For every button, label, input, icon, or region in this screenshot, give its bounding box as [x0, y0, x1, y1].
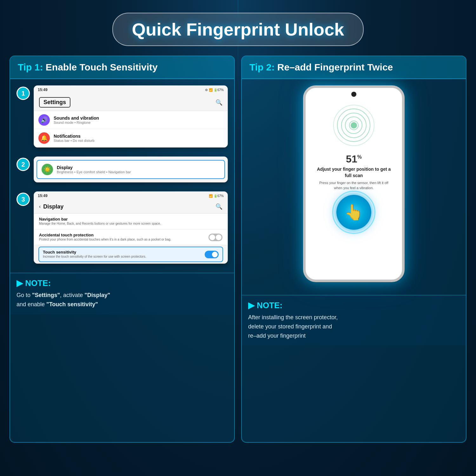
phone-camera: [351, 92, 356, 97]
touch-sensitivity-toggle[interactable]: [205, 251, 219, 258]
phone-wrapper: 51% Adjust your finger position to get a…: [242, 79, 466, 295]
tip1-header-text: Tip 1: Enable Touch Sensitivity: [18, 62, 158, 72]
tip1-label-sub: Enable Touch Sensitivity: [46, 62, 158, 72]
nav-bar-subtitle: Manage the Home, Back, and Recents butto…: [39, 221, 222, 226]
accidental-touch-row: Accidental touch protection Protect your…: [39, 233, 222, 242]
search-icon-2[interactable]: 🔍: [215, 203, 222, 210]
display-highlight-screen: ☀️ Display Brightness • Eye comfort shie…: [34, 156, 228, 182]
settings-header-1: Settings 🔍: [34, 94, 228, 111]
touch-sensitivity-item[interactable]: Touch sensitivity Increase the touch sen…: [38, 247, 223, 262]
sounds-text: Sounds and vibration Sound mode • Ringto…: [54, 116, 99, 124]
step3-row: 3 15:49 📶 🔋67% ‹ Display �: [17, 191, 228, 269]
notifications-title: Notifications: [54, 134, 95, 139]
touch-sensitivity-wrapper: Touch sensitivity Increase the touch sen…: [36, 247, 226, 262]
main-title: Quick Fingerprint Unlock: [132, 19, 344, 39]
settings-screen: 15:49 ⚙ 📶 🔋67% Settings 🔍 🔊 Sounds and v…: [34, 85, 228, 148]
note-text-left: Go to "Settings", activate "Display" and…: [17, 291, 228, 309]
step3-content: 15:49 📶 🔋67% ‹ Display 🔍 Navigation bar: [34, 191, 228, 269]
touch-sensitivity-text: Touch sensitivity Increase the touch sen…: [43, 250, 205, 259]
accidental-touch-title: Accidental touch protection: [39, 233, 208, 237]
status-time-2: 15:49: [38, 194, 48, 198]
settings-item-sounds[interactable]: 🔊 Sounds and vibration Sound mode • Ring…: [34, 111, 228, 129]
accidental-touch-subtitle: Protect your phone from accidental touch…: [39, 237, 208, 242]
display-title-item: Display: [57, 165, 131, 170]
touch-sensitivity-row: Touch sensitivity Increase the touch sen…: [43, 250, 219, 259]
accidental-touch-item[interactable]: Accidental touch protection Protect your…: [34, 229, 228, 245]
tip2-label: Tip 2:: [249, 62, 274, 72]
nav-bar-title: Navigation bar: [39, 217, 222, 221]
fp-press-text: Press your finger on the sensor, then li…: [319, 181, 388, 190]
nav-bar-item[interactable]: Navigation bar Manage the Home, Back, an…: [34, 214, 228, 229]
step1-content: 15:49 ⚙ 📶 🔋67% Settings 🔍 🔊 Sounds and v…: [34, 85, 228, 153]
status-bar-1: 15:49 ⚙ 📶 🔋67%: [34, 86, 228, 94]
note-text-right: After installing the screen protector, d…: [248, 313, 459, 340]
notifications-icon: 🔔: [38, 132, 50, 144]
touch-sensitivity-subtitle: Increase the touch sensitivity of the sc…: [43, 255, 205, 259]
settings-title: Settings: [39, 97, 70, 108]
fingerprint-rings: [332, 103, 376, 148]
search-icon-1[interactable]: 🔍: [215, 99, 222, 106]
tip2-header-text: Tip 2: Re–add Fingerprint Twice: [249, 62, 393, 72]
accidental-touch-text: Accidental touch protection Protect your…: [39, 233, 208, 242]
touch-sensitivity-title: Touch sensitivity: [43, 250, 205, 255]
tip1-content: 1 15:49 ⚙ 📶 🔋67% Settings 🔍: [10, 79, 234, 269]
display-sub-title: Display: [43, 203, 63, 210]
sounds-icon: 🔊: [38, 114, 50, 126]
display-text: Display Brightness • Eye comfort shield …: [57, 165, 131, 174]
title-badge: Quick Fingerprint Unlock: [112, 13, 364, 46]
tip1-header: Tip 1: Enable Touch Sensitivity: [10, 56, 234, 79]
sounds-subtitle: Sound mode • Ringtone: [54, 121, 99, 124]
sounds-title: Sounds and vibration: [54, 116, 99, 121]
note-section-left: ▶ NOTE: Go to "Settings", activate "Disp…: [10, 273, 234, 314]
step1-row: 1 15:49 ⚙ 📶 🔋67% Settings 🔍: [17, 85, 228, 153]
note-title-right: ▶ NOTE:: [248, 301, 459, 310]
notifications-subtitle: Status bar • Do not disturb: [54, 139, 95, 142]
notifications-text: Notifications Status bar • Do not distur…: [54, 134, 95, 142]
display-settings-screen: 15:49 📶 🔋67% ‹ Display 🔍 Navigation bar: [34, 191, 228, 264]
step2-row: 2 ☀️ Display Brightness • Eye comfort sh…: [17, 156, 228, 188]
fp-percent-display: 51%: [346, 153, 362, 165]
phone-inner-content: 51% Adjust your finger position to get a…: [306, 97, 402, 280]
status-bar-2: 15:49 📶 🔋67%: [34, 192, 228, 200]
status-icons-2: 📶 🔋67%: [209, 194, 224, 198]
step1-circle: 1: [17, 87, 30, 100]
note-section-right: ▶ NOTE: After installing the screen prot…: [242, 295, 466, 345]
fingerprint-sensor-button[interactable]: 👆: [336, 195, 371, 230]
display-sub-header: ‹ Display 🔍: [34, 200, 228, 214]
step3-circle: 3: [17, 193, 30, 206]
accidental-touch-toggle[interactable]: [208, 234, 222, 241]
fp-center: [351, 122, 357, 129]
status-time-1: 15:49: [38, 88, 48, 92]
fingerprint-sensor-icon: 👆: [344, 203, 363, 221]
display-icon: ☀️: [42, 164, 53, 175]
status-icons-1: ⚙ 📶 🔋67%: [205, 88, 224, 92]
title-section: Quick Fingerprint Unlock: [0, 0, 476, 46]
note-title-left: ▶ NOTE:: [17, 278, 228, 288]
display-subtitle-item: Brightness • Eye comfort shield • Naviga…: [57, 170, 131, 174]
back-arrow-icon[interactable]: ‹: [39, 204, 41, 209]
fp-adjust-text: Adjust your finger position to get afull…: [317, 166, 391, 179]
tip2-header: Tip 2: Re–add Fingerprint Twice: [242, 56, 466, 79]
step2-circle: 2: [17, 158, 30, 171]
tip1-label: Tip 1:: [18, 62, 43, 72]
settings-item-notifications[interactable]: 🔔 Notifications Status bar • Do not dist…: [34, 129, 228, 147]
display-title-row: ‹ Display: [39, 203, 63, 210]
tip2-panel: Tip 2: Re–add Fingerprint Twice: [241, 56, 466, 443]
tip1-panel: Tip 1: Enable Touch Sensitivity 1 15:49 …: [10, 56, 235, 443]
step2-content: ☀️ Display Brightness • Eye comfort shie…: [34, 156, 228, 188]
large-phone-mockup: 51% Adjust your finger position to get a…: [303, 85, 405, 282]
display-item-highlighted[interactable]: ☀️ Display Brightness • Eye comfort shie…: [36, 160, 225, 179]
main-layout: Tip 1: Enable Touch Sensitivity 1 15:49 …: [0, 56, 476, 443]
tip2-label-sub: Re–add Fingerprint Twice: [277, 62, 393, 72]
